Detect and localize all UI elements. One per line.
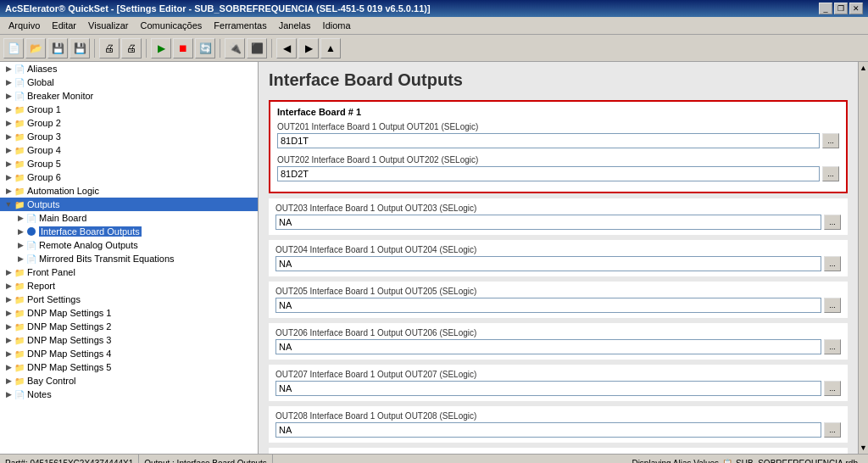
tree-label-group3: Group 3	[27, 131, 61, 142]
menu-item-editar[interactable]: Editar	[47, 19, 81, 32]
toolbar-stop[interactable]: ⏹	[173, 38, 193, 59]
field-label-other-1: OUT204 Interface Board 1 Output OUT204 (…	[275, 245, 841, 254]
tree-item-remote-analog-outputs[interactable]: ▶📄Remote Analog Outputs	[0, 238, 258, 252]
menu-item-comunicações[interactable]: Comunicações	[136, 19, 208, 32]
field-input-row-other-4: ...	[275, 381, 841, 396]
field-btn-other-3[interactable]: ...	[824, 339, 841, 354]
tree-item-port-settings[interactable]: ▶📁Port Settings	[0, 293, 258, 306]
close-button[interactable]: ✕	[849, 3, 863, 14]
tree-label-group6: Group 6	[27, 172, 61, 182]
menu-item-arquivo[interactable]: Arquivo	[3, 19, 45, 32]
tree-item-global[interactable]: ▶📄Global	[0, 75, 258, 89]
tree-label-notes: Notes	[27, 389, 52, 399]
tree-label-dnp-map-1: DNP Map Settings 1	[27, 308, 111, 318]
field-btn-out201[interactable]: ...	[822, 133, 839, 148]
toolbar-back[interactable]: ◀	[276, 38, 297, 59]
field-input-out201[interactable]	[277, 133, 820, 148]
tree-label-breaker-monitor: Breaker Monitor	[27, 91, 93, 101]
tree-item-dnp-map-5[interactable]: ▶📁DNP Map Settings 5	[0, 360, 258, 374]
tree-item-notes[interactable]: ▶📄Notes	[0, 388, 258, 401]
expand-icon-aliases: ▶	[3, 64, 14, 74]
field-btn-other-2[interactable]: ...	[824, 298, 841, 313]
toolbar-save2[interactable]: 💾	[70, 38, 90, 59]
toolbar-play[interactable]: ▶	[151, 38, 171, 59]
expand-icon-remote-analog-outputs: ▶	[15, 240, 25, 250]
toolbar-new[interactable]: 📄	[3, 38, 24, 59]
field-input-row-other-3: ...	[275, 339, 841, 354]
tree-item-breaker-monitor[interactable]: ▶📄Breaker Monitor	[0, 89, 258, 103]
tree-item-dnp-map-2[interactable]: ▶📁DNP Map Settings 2	[0, 320, 258, 333]
field-input-other-4[interactable]	[275, 381, 821, 396]
tree-icon-group2: 📁	[14, 117, 25, 129]
toolbar-open[interactable]: 📂	[25, 38, 46, 59]
tree-icon-interface-board-outputs	[25, 226, 37, 237]
field-input-other-3[interactable]	[275, 339, 821, 354]
expand-icon-dnp-map-2: ▶	[3, 321, 14, 332]
rdb-icon: 📋	[722, 459, 732, 463]
toolbar-refresh[interactable]: 🔄	[195, 38, 215, 59]
tree-item-bay-control[interactable]: ▶📁Bay Control	[0, 374, 258, 388]
tree-item-group5[interactable]: ▶📁Group 5	[0, 157, 258, 170]
expand-icon-dnp-map-3: ▶	[3, 335, 14, 345]
menu-item-janelas[interactable]: Janelas	[274, 19, 316, 32]
tree-item-automation-logic[interactable]: ▶📁Automation Logic	[0, 184, 258, 198]
field-input-other-5[interactable]	[275, 422, 821, 438]
toolbar-print2[interactable]: 🖨	[121, 38, 142, 59]
tree-item-mirrored-bits[interactable]: ▶📄Mirrored Bits Transmit Equations	[0, 252, 258, 265]
title-bar-controls: _ ❐ ✕	[819, 3, 863, 14]
tree-item-dnp-map-4[interactable]: ▶📁DNP Map Settings 4	[0, 347, 258, 360]
tree-item-front-panel[interactable]: ▶📁Front Panel	[0, 265, 258, 279]
field-btn-out202[interactable]: ...	[822, 166, 839, 181]
toolbar-divider-1	[94, 39, 95, 58]
title-bar: AcSElerator® QuickSet - [Settings Editor…	[0, 0, 868, 17]
field-input-other-1[interactable]	[275, 256, 821, 271]
toolbar-connect[interactable]: 🔌	[225, 38, 245, 59]
tree-item-group6[interactable]: ▶📁Group 6	[0, 170, 258, 184]
tree-item-group3[interactable]: ▶📁Group 3	[0, 130, 258, 143]
expand-icon-mirrored-bits: ▶	[15, 254, 25, 264]
menu-item-visualizar[interactable]: Visualizar	[83, 19, 134, 32]
field-input-other-2[interactable]	[275, 298, 821, 313]
tree-label-main-board: Main Board	[39, 213, 86, 223]
tree-item-interface-board-outputs[interactable]: ▶Interface Board Outputs	[0, 225, 258, 238]
expand-icon-notes: ▶	[3, 389, 14, 399]
menu-item-ferramentas[interactable]: Ferramentas	[209, 19, 271, 32]
field-btn-other-5[interactable]: ...	[824, 422, 841, 438]
tree-icon-group6: 📁	[14, 171, 25, 183]
field-btn-other-4[interactable]: ...	[824, 381, 841, 396]
tree-item-aliases[interactable]: ▶📄Aliases	[0, 62, 258, 75]
restore-button[interactable]: ❐	[834, 3, 848, 14]
toolbar-print[interactable]: 🖨	[99, 38, 120, 59]
field-btn-other-0[interactable]: ...	[824, 215, 841, 230]
tree-label-group2: Group 2	[27, 118, 61, 128]
menu-item-idioma[interactable]: Idioma	[318, 19, 356, 32]
tree-icon-main-board: 📄	[25, 212, 37, 224]
toolbar-save[interactable]: 💾	[47, 38, 68, 59]
toolbar-up[interactable]: ▲	[320, 38, 341, 59]
toolbar-disconnect[interactable]: ⬛	[247, 38, 267, 59]
tree-item-group2[interactable]: ▶📁Group 2	[0, 116, 258, 130]
field-input-other-0[interactable]	[275, 215, 821, 230]
tree-label-dnp-map-4: DNP Map Settings 4	[27, 349, 111, 359]
field-group-other-1: OUT204 Interface Board 1 Output OUT204 (…	[269, 240, 848, 276]
tree-item-main-board[interactable]: ▶📄Main Board	[0, 211, 258, 225]
window-title: AcSElerator® QuickSet - [Settings Editor…	[5, 3, 431, 14]
field-btn-other-1[interactable]: ...	[824, 256, 841, 271]
tree-icon-notes: 📄	[14, 388, 25, 400]
toolbar-forward[interactable]: ▶	[298, 38, 319, 59]
field-input-out202[interactable]	[277, 166, 820, 181]
tree-item-outputs[interactable]: ▼📁Outputs	[0, 198, 258, 211]
tree-item-report[interactable]: ▶📁Report	[0, 279, 258, 293]
field-group-other-5: OUT208 Interface Board 1 Output OUT208 (…	[269, 406, 848, 443]
other-fields-container: OUT203 Interface Board 1 Output OUT203 (…	[269, 198, 848, 454]
tree-item-group4[interactable]: ▶📁Group 4	[0, 143, 258, 157]
section-header: Interface Board # 1	[277, 107, 839, 117]
field-label-other-0: OUT203 Interface Board 1 Output OUT203 (…	[275, 204, 841, 213]
scrollbar[interactable]: ▲ ▼	[858, 62, 868, 454]
field-group-other-4: OUT207 Interface Board 1 Output OUT207 (…	[269, 365, 848, 401]
minimize-button[interactable]: _	[819, 3, 832, 14]
tree-item-group1[interactable]: ▶📁Group 1	[0, 103, 258, 116]
tree-item-dnp-map-1[interactable]: ▶📁DNP Map Settings 1	[0, 306, 258, 320]
tree-item-dnp-map-3[interactable]: ▶📁DNP Map Settings 3	[0, 333, 258, 347]
rdb-file: SUB_SOBREFREQUENCIA.rdb	[736, 459, 858, 463]
